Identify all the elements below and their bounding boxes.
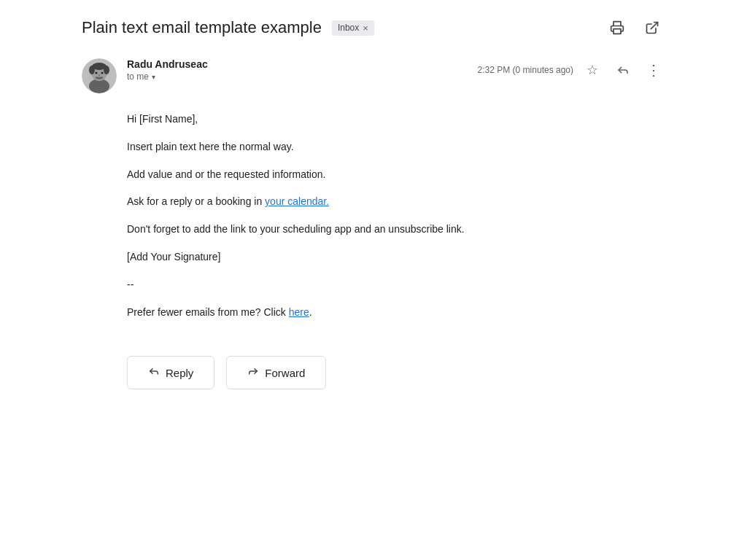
reply-icon [616,63,630,77]
email-title: Plain text email template example [82,18,322,37]
unsubscribe-suffix: . [309,306,312,318]
body-line2: Insert plain text here the normal way. [127,139,665,156]
inbox-close-icon[interactable]: × [363,23,368,34]
more-icon: ⋮ [646,61,662,79]
svg-point-6 [89,66,95,74]
email-actions: Reply Forward [82,334,665,404]
svg-rect-0 [614,29,621,34]
sender-actions: 2:32 PM (0 minutes ago) ☆ ⋮ [478,58,665,82]
inbox-badge-label: Inbox [338,23,359,33]
svg-point-9 [101,72,104,74]
star-icon: ☆ [587,62,598,78]
body-line6: [Add Your Signature] [127,249,665,266]
svg-point-7 [104,66,109,74]
body-line4-prefix: Ask for a reply or a booking in [127,195,265,207]
header-icons [604,15,665,41]
sender-meta: Radu Andruseac to me ▾ [127,58,468,82]
reply-button-label: Reply [166,367,193,379]
reply-arrow-icon [148,365,160,377]
forward-button[interactable]: Forward [226,356,326,389]
svg-line-1 [651,23,657,29]
reply-quick-button[interactable] [611,58,635,82]
body-divider: -- [127,276,665,294]
email-timestamp: 2:32 PM (0 minutes ago) [478,65,573,75]
sender-to-label: to me [127,71,149,82]
star-button[interactable]: ☆ [581,58,604,82]
avatar-svg [82,58,117,93]
sender-name: Radu Andruseac [127,58,468,70]
print-button[interactable] [604,15,630,41]
svg-point-10 [98,74,101,76]
forward-arrow-icon [247,365,259,377]
print-icon [610,20,624,35]
body-line5: Don't forget to add the link to your sch… [127,221,665,238]
body-line1: Hi [First Name], [127,111,665,128]
svg-point-8 [96,72,98,74]
unsubscribe-line: Prefer fewer emails from me? Click here. [127,304,665,322]
inbox-badge[interactable]: Inbox × [332,20,374,36]
body-line4: Ask for a reply or a booking in your cal… [127,193,665,211]
reply-button[interactable]: Reply [127,356,214,389]
chevron-down-icon: ▾ [152,73,155,81]
calendar-link[interactable]: your calendar. [265,195,329,207]
more-options-button[interactable]: ⋮ [642,58,665,82]
open-external-button[interactable] [639,15,665,41]
sender-row: Radu Andruseac to me ▾ 2:32 PM (0 minute… [82,58,665,93]
reply-button-icon [148,365,160,380]
svg-point-11 [96,77,103,79]
avatar [82,58,117,93]
email-header: Plain text email template example Inbox … [82,15,665,41]
email-title-area: Plain text email template example Inbox … [82,18,604,37]
unsubscribe-prefix: Prefer fewer emails from me? Click [127,306,289,318]
unsubscribe-link[interactable]: here [289,306,309,318]
forward-button-icon [247,365,259,380]
external-link-icon [645,20,659,35]
body-line3: Add value and or the requested informati… [127,166,665,184]
email-container: Plain text email template example Inbox … [60,0,687,419]
sender-to[interactable]: to me ▾ [127,71,468,82]
email-body: Hi [First Name], Insert plain text here … [82,108,665,334]
forward-button-label: Forward [265,367,305,379]
